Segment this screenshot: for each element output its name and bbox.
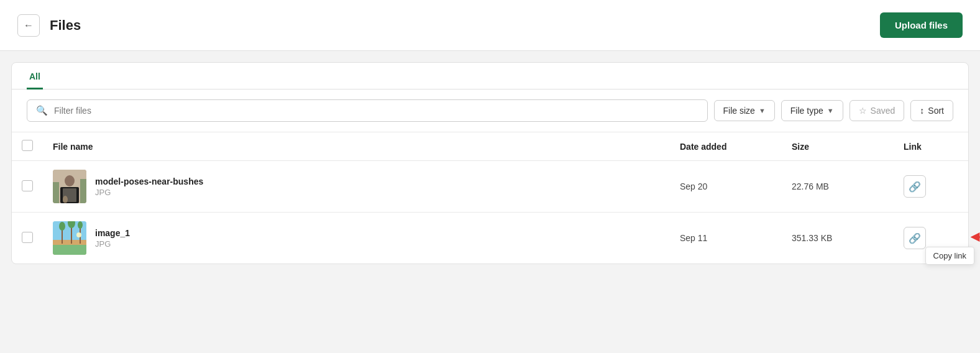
row1-file-details: model-poses-near-bushes JPG [95,176,203,197]
row2-thumb-svg [53,221,86,255]
svg-point-11 [59,222,65,231]
link-icon: 🔗 [909,232,921,244]
svg-rect-5 [53,182,59,203]
row1-thumbnail [53,170,86,203]
row1-checkbox[interactable] [22,180,33,191]
sort-button[interactable]: ↕ Sort [910,100,953,121]
file-size-filter-button[interactable]: File size ▼ [714,100,775,121]
page-title: Files [50,17,81,34]
row2-link-cell: 🔗 Copy link [894,213,968,264]
saved-button[interactable]: ☆ Saved [849,100,905,121]
back-icon: ← [24,20,34,31]
table-row: model-poses-near-bushes JPG Sep 20 22.76… [12,161,968,213]
row2-checkbox-cell [12,213,43,264]
row2-size: 351.33 KB [782,213,894,264]
file-info: model-poses-near-bushes JPG [53,170,660,203]
search-input[interactable] [54,106,698,116]
file-type-dropdown-icon: ▼ [827,107,834,114]
select-all-checkbox[interactable] [22,140,33,151]
th-link: Link [894,132,968,161]
row1-file-name: model-poses-near-bushes [95,176,203,186]
row1-checkbox-cell [12,161,43,213]
row2-date: Sep 11 [670,213,782,264]
row1-size: 22.76 MB [782,161,894,213]
tabs-bar: All [12,63,968,89]
main-card: All 🔍 File size ▼ File type ▼ ☆ Saved ↕ [11,62,969,264]
svg-point-1 [65,175,75,186]
header: ← Files Upload files [0,0,980,51]
row2-checkbox[interactable] [22,232,33,243]
file-type-filter-button[interactable]: File type ▼ [781,100,843,121]
row1-link-button[interactable]: 🔗 [904,175,926,198]
row2-thumbnail [53,221,86,255]
row2-file-ext: JPG [95,239,130,249]
row2-link-button[interactable]: 🔗 [904,227,926,249]
tab-all[interactable]: All [27,63,43,89]
row1-file-ext: JPG [95,188,203,197]
row1-name-cell: model-poses-near-bushes JPG [43,161,670,213]
svg-point-4 [63,196,68,203]
header-left: ← Files [17,14,81,37]
search-box: 🔍 [27,99,708,122]
link-icon: 🔗 [909,181,921,193]
th-select-all [12,132,43,161]
file-info: image_1 JPG [53,221,660,255]
file-size-dropdown-icon: ▼ [759,107,766,114]
svg-point-16 [76,232,81,237]
sort-icon: ↕ [920,106,924,116]
svg-point-15 [78,221,83,229]
th-date-added: Date added [670,132,782,161]
svg-rect-6 [80,179,86,203]
red-arrow-svg [970,231,980,244]
row1-thumb-svg [53,170,86,203]
search-icon: 🔍 [36,105,48,116]
sort-label: Sort [928,106,944,116]
file-type-label: File type [790,106,823,116]
row2-file-name: image_1 [95,228,130,238]
toolbar: 🔍 File size ▼ File type ▼ ☆ Saved ↕ Sort [12,89,968,132]
saved-label: Saved [871,106,895,116]
table-header-row: File name Date added Size Link [12,132,968,161]
star-icon: ☆ [859,106,867,116]
table-row: image_1 JPG Sep 11 351.33 KB 🔗 Copy link [12,213,968,264]
copy-link-tooltip[interactable]: Copy link [925,247,974,265]
back-button[interactable]: ← [17,14,40,37]
arrow-indicator [970,231,980,246]
file-table: File name Date added Size Link [12,132,968,264]
row1-link-cell: 🔗 [894,161,968,213]
row2-file-details: image_1 JPG [95,228,130,249]
row1-date: Sep 20 [670,161,782,213]
svg-rect-9 [53,245,86,255]
th-file-name: File name [43,132,670,161]
th-size: Size [782,132,894,161]
upload-files-button[interactable]: Upload files [880,12,963,38]
row2-name-cell: image_1 JPG [43,213,670,264]
file-size-label: File size [723,106,755,116]
